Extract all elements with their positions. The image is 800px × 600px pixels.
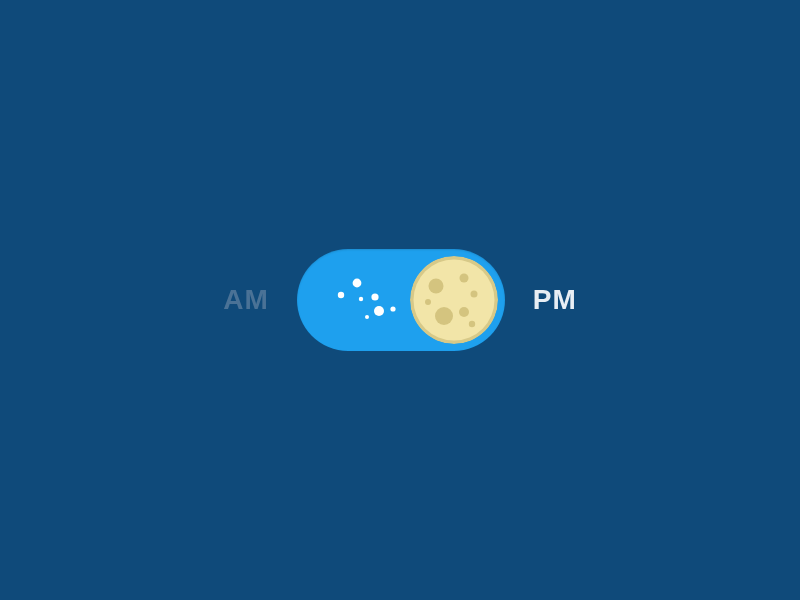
- svg-point-1: [352, 279, 361, 288]
- svg-point-3: [371, 293, 378, 300]
- svg-point-15: [425, 299, 431, 305]
- svg-point-8: [413, 260, 494, 341]
- svg-point-9: [428, 279, 443, 294]
- am-pm-toggle[interactable]: [297, 249, 505, 351]
- svg-point-10: [459, 274, 468, 283]
- svg-point-14: [469, 321, 475, 327]
- svg-point-13: [459, 307, 469, 317]
- svg-point-5: [390, 306, 395, 311]
- svg-point-7: [410, 256, 498, 344]
- stars-icon: [325, 249, 417, 351]
- svg-point-0: [338, 292, 344, 298]
- svg-point-4: [374, 306, 384, 316]
- pm-label: PM: [533, 284, 577, 316]
- svg-point-6: [365, 315, 369, 319]
- svg-point-11: [470, 291, 477, 298]
- am-label: AM: [223, 284, 269, 316]
- svg-point-2: [359, 297, 363, 301]
- moon-icon: [410, 256, 498, 344]
- am-pm-toggle-group: AM PM: [223, 249, 577, 351]
- svg-point-12: [435, 307, 453, 325]
